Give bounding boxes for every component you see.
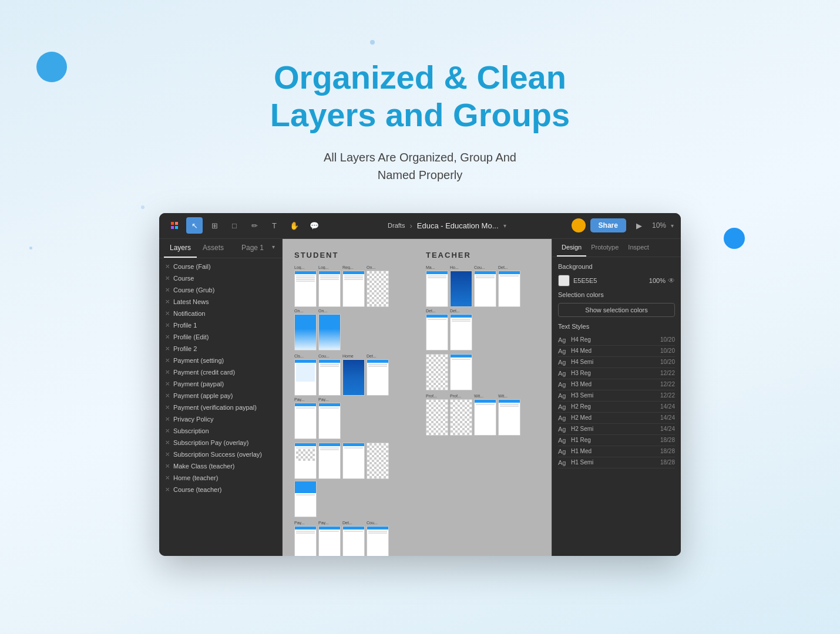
frame-icon: ⤫ [165,439,170,446]
hero-title-line1: Organized & Clean [274,59,566,96]
frame-home: Home [342,354,365,396]
layer-item[interactable]: ⤫Course [159,272,282,284]
hand-tool-icon[interactable]: ✋ [286,217,303,234]
text-style-item[interactable]: Ag H2 Med 14/24 [558,413,675,424]
share-button[interactable]: Share [590,218,626,232]
frame-on3: On... [318,309,341,350]
figma-canvas[interactable]: STUDENT Log... [283,239,552,556]
layer-item[interactable]: ⤫Course (Fail) [159,261,282,272]
sidebar-tabs: Layers Assets Page 1 ▾ [159,239,282,258]
layer-item[interactable]: ⤫Payment (paypal) [159,378,282,390]
tab-prototype[interactable]: Prototype [586,239,623,257]
layer-item[interactable]: ⤫Course (Grub) [159,284,282,296]
layer-item[interactable]: ⤫Profile 1 [159,319,282,331]
frame-icon: ⤫ [165,322,170,328]
frame-pay-r4b: Pay... [318,521,341,556]
bg-color-swatch[interactable] [558,275,570,286]
frame-tool-icon[interactable]: ⊞ [206,217,223,234]
layer-item[interactable]: ⤫Privacy Policy [159,413,282,425]
frame-icon: ⤫ [165,333,170,340]
layer-item[interactable]: ⤫Latest News [159,296,282,308]
layer-item[interactable]: ⤫Course (teacher) [159,484,282,495]
text-style-item[interactable]: Ag H1 Semi 18/28 [558,457,675,468]
frame-s3c [342,443,365,479]
zoom-level: 10% [652,221,666,230]
right-panel-tabs: Design Prototype Inspect [552,239,681,257]
frame-icon: ⤫ [165,404,170,410]
frame-on2: On... [294,309,317,350]
frame-icon: ⤫ [165,380,170,387]
select-tool-icon[interactable]: ↖ [186,217,203,234]
layer-item[interactable]: ⤫Subscription Pay (overlay) [159,437,282,448]
text-style-item[interactable]: Ag H3 Reg 12/22 [558,368,675,379]
layer-item[interactable]: ⤫Make Class (teacher) [159,460,282,472]
page-label[interactable]: Page 1 [236,239,270,258]
ts-size: 18/28 [660,459,675,466]
ts-name: H4 Med [571,348,657,354]
layer-item[interactable]: ⤫Home (teacher) [159,472,282,484]
layer-item[interactable]: ⤫Notification [159,308,282,319]
text-style-item[interactable]: Ag H4 Semi 10/20 [558,357,675,368]
layer-item[interactable]: ⤫Profile (Edit) [159,331,282,343]
layer-item[interactable]: ⤫Payment (apple pay) [159,390,282,402]
ts-ag-label: Ag [558,359,567,366]
show-selection-colors-button[interactable]: Show selection colors [558,303,675,317]
teacher-row3: Prof... Prof... Wit... [426,394,540,436]
frame-s3e [294,481,317,517]
teacher-section: TEACHER Ma... Ho [426,251,540,439]
draft-label: Drafts [388,222,405,229]
layer-item[interactable]: ⤫Payment (credit card) [159,366,282,378]
text-style-item[interactable]: Ag H4 Med 10/20 [558,346,675,357]
t-frame-checker1 [426,354,448,390]
design-panel: Design Prototype Inspect Background E5E5… [552,239,681,556]
hero-subtitle: All Layers Are Organized, Group And Name… [0,149,840,184]
ts-name: H1 Reg [571,437,657,443]
t-frame-wit: Wit... [474,394,496,436]
layer-item[interactable]: ⤫Payment (verification paypal) [159,402,282,413]
play-icon[interactable]: ▶ [631,217,647,234]
t-frame-ma: Ma... [426,265,448,307]
layer-item[interactable]: ⤫Profile 2 [159,343,282,355]
text-style-item[interactable]: Ag H2 Reg 14/24 [558,402,675,413]
layer-list: ⤫Course (Fail)⤫Course⤫Course (Grub)⤫Late… [159,258,282,556]
text-style-item[interactable]: Ag H1 Med 18/28 [558,446,675,457]
tab-assets[interactable]: Assets [197,239,230,258]
ts-size: 12/22 [660,392,675,399]
text-style-item[interactable]: Ag H1 Reg 18/28 [558,435,675,446]
tab-layers[interactable]: Layers [164,239,197,258]
canvas-content: STUDENT Log... [294,251,540,556]
comment-tool-icon[interactable]: 💬 [306,217,322,234]
ts-name: H4 Reg [571,336,657,343]
user-avatar [572,218,586,232]
text-style-item[interactable]: Ag H2 Semi 14/24 [558,424,675,435]
student-row3 [294,443,408,517]
frame-icon: ⤫ [165,357,170,363]
text-style-item[interactable]: Ag H3 Semi 12/22 [558,390,675,402]
layer-item[interactable]: ⤫Subscription Success (overlay) [159,448,282,460]
frame-login2: Log... [318,265,341,307]
layer-item[interactable]: ⤫Payment (setting) [159,355,282,366]
shape-tool-icon[interactable]: □ [226,217,243,234]
svg-rect-1 [175,222,178,225]
text-tool-icon[interactable]: T [266,217,283,234]
text-style-item[interactable]: Ag H4 Reg 10/20 [558,335,675,346]
visibility-icon[interactable]: 👁 [668,276,675,285]
ts-name: H3 Semi [571,392,657,399]
decorative-dot-sm2 [141,205,145,209]
bg-color-value: E5E5E5 [573,277,597,284]
figma-menu-icon[interactable] [166,217,183,234]
layer-item[interactable]: ⤫Subscription [159,425,282,437]
pen-tool-icon[interactable]: ✏ [246,217,263,234]
t-frame-r2b [450,354,472,390]
ts-ag-label: Ag [558,448,567,455]
svg-rect-0 [171,222,174,225]
frame-cls: Cls... [294,354,317,396]
tab-design[interactable]: Design [557,239,586,257]
ts-name: H4 Semi [571,359,657,365]
hero-subtitle-line1: All Layers Are Organized, Group And [324,151,516,164]
ts-ag-label: Ag [558,459,567,466]
ts-name: H1 Semi [571,459,657,466]
text-style-item[interactable]: Ag H3 Med 12/22 [558,379,675,390]
ts-name: H2 Med [571,414,657,421]
tab-inspect[interactable]: Inspect [623,239,653,257]
